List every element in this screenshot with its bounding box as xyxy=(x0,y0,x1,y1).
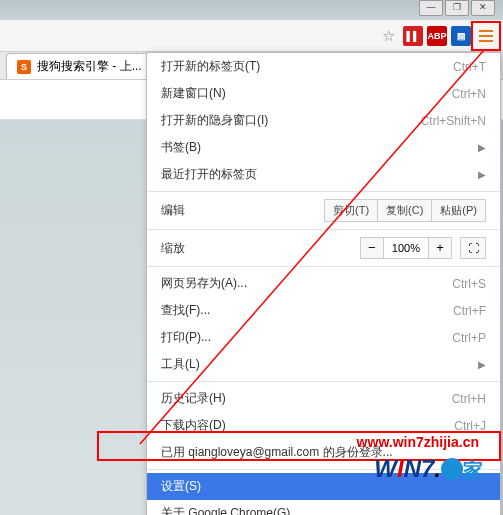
menu-tools[interactable]: 工具(L) ▶ xyxy=(147,351,500,378)
chevron-right-icon: ▶ xyxy=(478,169,486,180)
menu-save-as[interactable]: 网页另存为(A)... Ctrl+S xyxy=(147,270,500,297)
menu-shortcut: Ctrl+H xyxy=(452,392,486,406)
menu-history[interactable]: 历史记录(H) Ctrl+H xyxy=(147,385,500,412)
extension-abp-icon[interactable]: ABP xyxy=(427,26,447,46)
menu-shortcut: Ctrl+J xyxy=(454,419,486,433)
menu-incognito[interactable]: 打开新的隐身窗口(I) Ctrl+Shift+N xyxy=(147,107,500,134)
menu-label: 历史记录(H) xyxy=(161,390,452,407)
extension-icon-1[interactable]: ▌▌ xyxy=(403,26,423,46)
fullscreen-button[interactable]: ⛶ xyxy=(460,237,486,259)
chevron-right-icon: ▶ xyxy=(478,142,486,153)
menu-shortcut: Ctrl+P xyxy=(452,331,486,345)
menu-shortcut: Ctrl+S xyxy=(452,277,486,291)
menu-label: 最近打开的标签页 xyxy=(161,166,470,183)
menu-print[interactable]: 打印(P)... Ctrl+P xyxy=(147,324,500,351)
zoom-out-button[interactable]: − xyxy=(360,237,384,259)
menu-shortcut: Ctrl+T xyxy=(453,60,486,74)
tab-title: 搜狗搜索引擎 - 上... xyxy=(37,58,142,75)
menu-new-window[interactable]: 新建窗口(N) Ctrl+N xyxy=(147,80,500,107)
menu-bookmarks[interactable]: 书签(B) ▶ xyxy=(147,134,500,161)
tab-favicon-icon: S xyxy=(17,60,31,74)
menu-recent-tabs[interactable]: 最近打开的标签页 ▶ xyxy=(147,161,500,188)
hamburger-menu-icon[interactable] xyxy=(475,25,497,47)
menu-find[interactable]: 查找(F)... Ctrl+F xyxy=(147,297,500,324)
zoom-value: 100% xyxy=(384,237,428,259)
menu-separator xyxy=(147,381,500,382)
menu-label: 网页另存为(A)... xyxy=(161,275,452,292)
bookmark-star-icon[interactable]: ☆ xyxy=(382,27,395,45)
edit-label: 编辑 xyxy=(161,202,324,219)
menu-label: 打开新的隐身窗口(I) xyxy=(161,112,421,129)
menu-label: 下载内容(D) xyxy=(161,417,454,434)
extension-icon-2[interactable]: ▤ xyxy=(451,26,471,46)
copy-button[interactable]: 复制(C) xyxy=(378,199,432,222)
menu-label: 关于 Google Chrome(G) xyxy=(161,505,486,515)
zoom-in-button[interactable]: + xyxy=(428,237,452,259)
menu-label: 打印(P)... xyxy=(161,329,452,346)
minimize-button[interactable]: — xyxy=(419,0,443,16)
menu-separator xyxy=(147,229,500,230)
menu-about-chrome[interactable]: 关于 Google Chrome(G) xyxy=(147,500,500,515)
maximize-button[interactable]: ❐ xyxy=(445,0,469,16)
menu-shortcut: Ctrl+N xyxy=(452,87,486,101)
menu-separator xyxy=(147,191,500,192)
menu-separator xyxy=(147,266,500,267)
active-tab[interactable]: S 搜狗搜索引擎 - 上... xyxy=(6,53,153,79)
menu-shortcut: Ctrl+Shift+N xyxy=(421,114,486,128)
zoom-label: 缩放 xyxy=(161,240,360,257)
close-button[interactable]: ✕ xyxy=(471,0,495,16)
menu-new-tab[interactable]: 打开新的标签页(T) Ctrl+T xyxy=(147,53,500,80)
menu-label: 新建窗口(N) xyxy=(161,85,452,102)
menu-label: 查找(F)... xyxy=(161,302,453,319)
cut-button[interactable]: 剪切(T) xyxy=(324,199,378,222)
menu-edit-row: 编辑 剪切(T) 复制(C) 粘贴(P) xyxy=(147,195,500,226)
window-titlebar: — ❐ ✕ xyxy=(0,0,503,20)
menu-label: 书签(B) xyxy=(161,139,470,156)
window-controls: — ❐ ✕ xyxy=(419,0,495,16)
menu-label: 工具(L) xyxy=(161,356,470,373)
watermark-logo: WIN7.家 xyxy=(374,455,483,484)
menu-zoom-row: 缩放 − 100% + ⛶ xyxy=(147,233,500,263)
chevron-right-icon: ▶ xyxy=(478,359,486,370)
watermark-url: www.win7zhijia.cn xyxy=(357,434,479,450)
menu-shortcut: Ctrl+F xyxy=(453,304,486,318)
menu-label: 打开新的标签页(T) xyxy=(161,58,453,75)
paste-button[interactable]: 粘贴(P) xyxy=(432,199,486,222)
browser-toolbar: ☆ ▌▌ ABP ▤ xyxy=(0,20,503,52)
